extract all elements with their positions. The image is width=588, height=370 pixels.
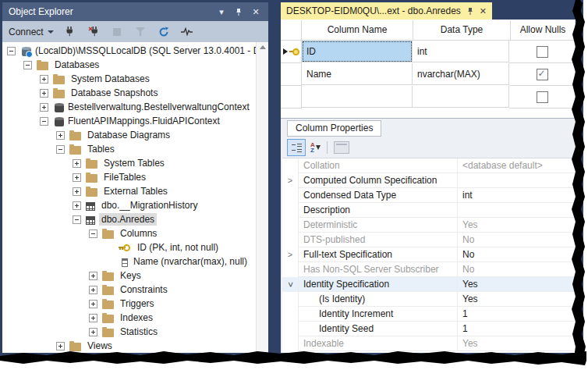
tree-item-keys[interactable]: Keys [2, 269, 256, 283]
tree-item-database-snapshots[interactable]: Database Snapshots [2, 86, 256, 100]
row-selector[interactable] [281, 86, 302, 109]
collapse-icon[interactable] [56, 145, 65, 154]
scroll-up-icon[interactable] [260, 45, 266, 49]
alphabetical-sort-icon[interactable]: AZ [310, 142, 321, 153]
table-row-empty [281, 86, 576, 109]
tree-item-databases[interactable]: Databases [2, 58, 256, 72]
property-value[interactable]: 1 [458, 322, 576, 336]
tree-item-system-databases[interactable]: System Databases [2, 72, 256, 86]
tree-item-triggers[interactable]: Triggers [2, 297, 256, 311]
property-value[interactable]: No [458, 233, 576, 247]
column-properties-tab[interactable]: Column Properties [287, 120, 381, 137]
tree-item-bestellverwaltung-db[interactable]: Bestellverwaltung.BestellverwaltungConte… [2, 100, 256, 114]
property-row[interactable]: Condensed Data Typeint [282, 188, 576, 203]
tree-item-tables[interactable]: Tables [2, 142, 256, 156]
connect-button[interactable]: Connect [9, 27, 54, 37]
pin-icon[interactable] [232, 5, 245, 18]
property-value[interactable]: Yes [458, 292, 576, 307]
expand-icon[interactable] [40, 103, 48, 112]
column-name-cell[interactable]: ID [302, 41, 413, 62]
property-row[interactable]: DTS-publishedNo [282, 233, 576, 247]
property-row[interactable]: Collation<database default> [282, 158, 576, 173]
allow-nulls-checkbox[interactable] [537, 46, 548, 58]
property-row[interactable]: DeterministicYes [282, 218, 576, 233]
allow-nulls-checkbox[interactable] [537, 91, 548, 103]
tree-item-fluentapi-db[interactable]: FluentAPIMappings.FluidAPIContext [2, 114, 256, 128]
property-value[interactable]: Yes [458, 336, 576, 351]
tree-item-name-column[interactable]: Name (nvarchar(max), null) [2, 254, 256, 269]
property-value[interactable]: Yes [458, 218, 576, 233]
tree-item-system-tables[interactable]: System Tables [2, 156, 256, 170]
property-value[interactable]: No [458, 262, 576, 277]
tree-item-statistics[interactable]: Statistics [2, 325, 256, 339]
document-tab[interactable]: DESKTOP-EIDM0QU\...ext - dbo.Anredes ✕ [281, 2, 492, 20]
chevron-down-icon[interactable]: ▾ [215, 5, 228, 18]
categorized-icon[interactable] [287, 139, 306, 156]
collapse-icon[interactable] [73, 215, 81, 224]
expand-icon[interactable] [89, 300, 97, 308]
tree-item-columns[interactable]: Columns [2, 226, 256, 240]
expand-icon[interactable] [40, 89, 48, 98]
property-row[interactable]: >Full-text SpecificationNo [282, 247, 576, 262]
activity-monitor-icon[interactable] [180, 25, 194, 39]
close-icon[interactable]: ✕ [250, 5, 262, 18]
expand-icon[interactable] [73, 173, 81, 182]
property-row-identity-specification[interactable]: >Identity SpecificationYes [282, 277, 576, 292]
data-type-cell[interactable]: nvarchar(MAX) [413, 63, 509, 85]
chevron-right-icon[interactable]: > [288, 176, 292, 185]
tree-item-constraints[interactable]: Constraints [2, 283, 256, 297]
chevron-down-icon[interactable]: > [286, 282, 295, 286]
tree-item-migrationhistory-table[interactable]: dbo.__MigrationHistory [2, 198, 256, 212]
expand-icon[interactable] [73, 187, 81, 196]
expand-icon[interactable] [73, 159, 81, 168]
allow-nulls-checkbox[interactable] [537, 69, 548, 80]
expand-icon[interactable] [89, 314, 97, 322]
refresh-icon[interactable] [157, 25, 171, 39]
data-type-cell[interactable]: int [413, 41, 509, 62]
property-row[interactable]: Description [282, 203, 576, 218]
expand-icon[interactable] [40, 75, 48, 84]
property-value[interactable]: No [458, 247, 576, 262]
row-selector[interactable] [281, 41, 302, 63]
row-selector[interactable] [281, 63, 302, 86]
property-value[interactable] [458, 173, 576, 188]
property-value[interactable]: <database default> [458, 158, 576, 173]
property-row[interactable]: >Computed Column Specification [282, 173, 576, 188]
property-value[interactable]: Yes [458, 277, 576, 292]
property-row[interactable]: Identity Seed1 [282, 322, 576, 336]
property-row[interactable]: Has Non-SQL Server SubscriberNo [282, 262, 576, 277]
data-type-cell[interactable] [413, 86, 509, 108]
tree-item-server[interactable]: (LocalDb)\MSSQLLocalDB (SQL Server 13.0.… [2, 44, 256, 58]
expand-icon[interactable] [73, 201, 81, 210]
chevron-right-icon[interactable]: > [288, 251, 292, 259]
property-value[interactable]: int [458, 188, 576, 203]
pin-icon[interactable] [466, 7, 474, 16]
tree-item-filetables[interactable]: FileTables [2, 170, 256, 184]
close-icon[interactable]: ✕ [480, 6, 487, 16]
expand-icon[interactable] [89, 286, 97, 294]
tree-item-views[interactable]: Views [2, 339, 256, 353]
expand-icon[interactable] [89, 328, 97, 336]
collapse-icon[interactable] [89, 229, 97, 238]
disconnect-plug-icon[interactable] [87, 25, 101, 39]
expand-icon[interactable] [56, 342, 65, 350]
tree-item-indexes[interactable]: Indexes [2, 311, 256, 325]
tree-item-anredes-table[interactable]: dbo.Anredes [2, 212, 256, 226]
collapse-icon[interactable] [23, 61, 32, 69]
collapse-icon[interactable] [40, 117, 48, 126]
expand-icon[interactable] [89, 272, 97, 280]
property-value[interactable] [458, 203, 576, 218]
property-row[interactable]: (Is Identity)Yes [282, 292, 576, 307]
collapse-icon[interactable] [7, 47, 16, 55]
tree-item-external-tables[interactable]: External Tables [2, 184, 256, 198]
property-row[interactable]: Identity Increment1 [282, 307, 576, 322]
property-row[interactable]: IndexableYes [282, 336, 576, 351]
expand-icon[interactable] [56, 131, 65, 140]
tree-scrollbar[interactable] [256, 42, 268, 353]
column-name-cell[interactable] [302, 86, 413, 108]
tree-item-id-column[interactable]: ID (PK, int, not null) [2, 240, 256, 254]
column-name-cell[interactable]: Name [302, 63, 413, 85]
tree-item-database-diagrams[interactable]: Database Diagrams [2, 128, 256, 142]
connect-plug-icon[interactable] [63, 25, 77, 39]
property-value[interactable]: 1 [458, 307, 576, 322]
